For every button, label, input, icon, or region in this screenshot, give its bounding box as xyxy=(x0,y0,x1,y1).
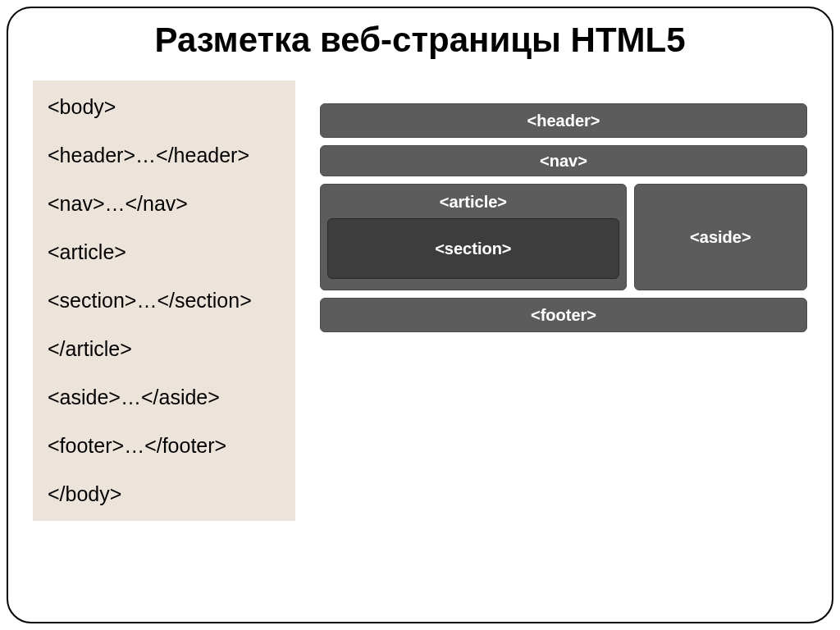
code-line-nav: <nav>…</nav> xyxy=(48,194,281,214)
layout-diagram: <header> <nav> <article> <section> <asid… xyxy=(320,80,807,521)
code-line-section: <section>…</section> xyxy=(48,290,281,311)
code-line-body-open: <body> xyxy=(48,97,281,117)
diagram-aside-box: <aside> xyxy=(634,184,807,290)
code-line-header: <header>…</header> xyxy=(48,145,281,166)
diagram-footer-box: <footer> xyxy=(320,298,807,332)
code-line-body-close: </body> xyxy=(48,484,281,504)
diagram-middle-row: <article> <section> <aside> xyxy=(320,184,807,290)
code-line-article-open: <article> xyxy=(48,242,281,262)
code-panel: <body> <header>…</header> <nav>…</nav> <… xyxy=(33,80,295,521)
slide-container: Разметка веб-страницы HTML5 <body> <head… xyxy=(7,7,833,623)
page-title: Разметка веб-страницы HTML5 xyxy=(33,21,807,60)
diagram-nav-box: <nav> xyxy=(320,145,807,176)
code-line-aside: <aside>…</aside> xyxy=(48,387,281,408)
content-row: <body> <header>…</header> <nav>…</nav> <… xyxy=(33,80,807,521)
diagram-article-label: <article> xyxy=(327,193,619,212)
code-line-article-close: </article> xyxy=(48,339,281,359)
diagram-header-box: <header> xyxy=(320,103,807,138)
diagram-article-box: <article> <section> xyxy=(320,184,627,290)
diagram-section-box: <section> xyxy=(327,218,619,279)
code-line-footer: <footer>…</footer> xyxy=(48,436,281,456)
